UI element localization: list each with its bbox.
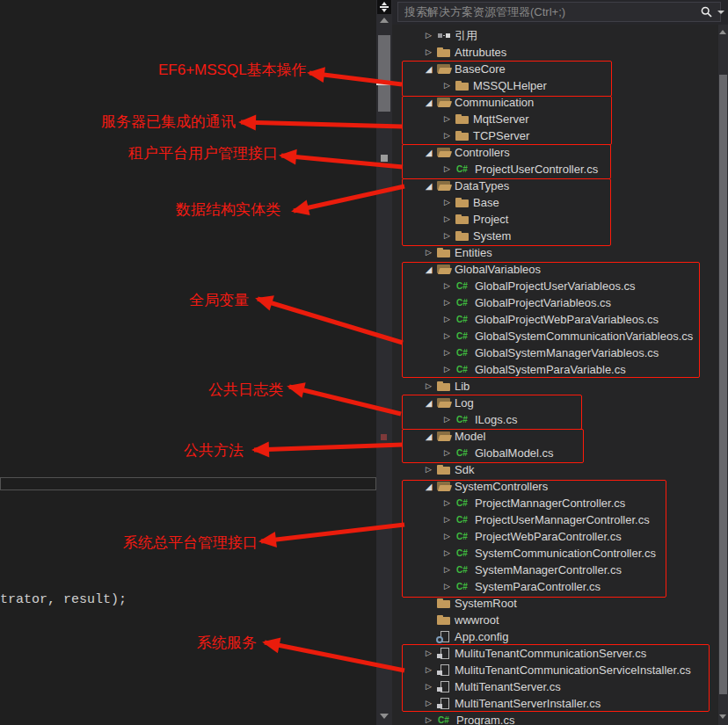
expand-icon[interactable]: ▷ <box>440 545 455 562</box>
annotation-label: 数据结构实体类 <box>176 199 280 220</box>
folder-icon <box>436 461 455 478</box>
collapse-icon[interactable]: ◢ <box>421 94 436 111</box>
tree-item-systemparacontroller-cs[interactable]: ▷C#SystemParaController.cs <box>392 578 728 595</box>
tree-item-globalsystemmanagervariableos-cs[interactable]: ▷C#GlobalSystemManagerVariableos.cs <box>392 344 728 361</box>
expand-icon[interactable]: ▷ <box>440 495 455 511</box>
tree-item-systemcontrollers[interactable]: ◢SystemControllers <box>392 478 728 495</box>
expand-icon[interactable]: ▷ <box>440 511 455 528</box>
tree-item-mqttserver[interactable]: ▷MqttServer <box>392 111 728 127</box>
expand-icon[interactable]: ▷ <box>440 344 455 361</box>
expand-icon[interactable]: ▷ <box>421 695 436 712</box>
collapse-icon[interactable]: ◢ <box>421 428 436 445</box>
expand-icon[interactable]: ▷ <box>440 328 455 344</box>
tree-item-globalsystemcommunicationvariableos-cs[interactable]: ▷C#GlobalSystemCommunicationVariableos.c… <box>392 328 728 344</box>
tree-item-systemmanagercontroller-cs[interactable]: ▷C#SystemManagerController.cs <box>392 562 728 578</box>
editor-scrollbar[interactable] <box>376 0 392 725</box>
expand-icon[interactable]: ▷ <box>421 461 436 478</box>
tree-item-model[interactable]: ◢Model <box>392 428 728 445</box>
tree-item-projectwebparacontroller-cs[interactable]: ▷C#ProjectWebParaController.cs <box>392 528 728 545</box>
scroll-down-icon[interactable] <box>380 714 389 719</box>
editor-scrollbar-thumb[interactable] <box>378 35 390 112</box>
expand-icon[interactable]: ▷ <box>440 127 455 144</box>
tree-item-projectusermannagercontroller-cs[interactable]: ▷C#ProjectUserMannagerController.cs <box>392 511 728 528</box>
collapse-icon[interactable]: ◢ <box>421 178 436 194</box>
expand-icon[interactable]: ▷ <box>440 111 455 127</box>
expand-icon[interactable]: ▷ <box>440 562 455 578</box>
tree-item-label: GlobalProjectWebParaVariableos.cs <box>475 313 659 326</box>
tree-item-program-cs[interactable]: ▷C#Program.cs <box>392 712 728 725</box>
collapsed-splitter-strip[interactable] <box>0 477 376 490</box>
tree-item-communication[interactable]: ◢Communication <box>392 94 728 111</box>
tree-item-multitenantserverinstaller-cs[interactable]: ▷MultiTenantServerInstaller.cs <box>392 695 728 712</box>
expand-icon[interactable]: ▷ <box>421 27 436 44</box>
tree-item-globalvariableos[interactable]: ◢GlobalVariableos <box>392 261 728 278</box>
tree-item-systemroot[interactable]: SystemRoot <box>392 595 728 612</box>
tree-item-projectusercontroller-cs[interactable]: ▷C#ProjectUserController.cs <box>392 161 728 178</box>
expand-icon[interactable]: ▷ <box>440 211 455 228</box>
tree-item-globalprojectwebparavariableos-cs[interactable]: ▷C#GlobalProjectWebParaVariableos.cs <box>392 311 728 328</box>
tree-item-globalprojectuservariableos-cs[interactable]: ▷C#GlobalProjectUserVariableos.cs <box>392 278 728 294</box>
expand-icon[interactable]: ▷ <box>421 378 436 395</box>
tree-item-label: Model <box>455 430 485 443</box>
expand-icon[interactable]: ▷ <box>421 645 436 662</box>
tree-item-globalprojectvariableos-cs[interactable]: ▷C#GlobalProjectVariableos.cs <box>392 294 728 311</box>
expand-icon[interactable]: ▷ <box>440 445 455 461</box>
tree-item-system[interactable]: ▷System <box>392 228 728 244</box>
scroll-up-icon[interactable] <box>719 30 726 34</box>
tree-item-log[interactable]: ◢Log <box>392 395 728 411</box>
tree-item-project[interactable]: ▷Project <box>392 211 728 228</box>
tree-item-base[interactable]: ▷Base <box>392 194 728 211</box>
expand-icon[interactable]: ▷ <box>421 678 436 695</box>
expand-icon[interactable]: ▷ <box>440 411 455 428</box>
tree-item-label: GlobalVariableos <box>455 263 541 276</box>
tree-item-ilogs-cs[interactable]: ▷C#ILogs.cs <box>392 411 728 428</box>
tree-scrollbar-thumb[interactable] <box>719 75 727 694</box>
tree-item-multitenantserver-cs[interactable]: ▷MultiTenantServer.cs <box>392 678 728 695</box>
scroll-down-icon[interactable] <box>719 714 726 719</box>
collapse-icon[interactable]: ◢ <box>421 261 436 278</box>
expand-icon[interactable]: ▷ <box>440 578 455 595</box>
expand-icon[interactable]: ▷ <box>440 278 455 294</box>
tree-item-datatypes[interactable]: ◢DataTypes <box>392 178 728 194</box>
tree-item-basecore[interactable]: ◢BaseCore <box>392 61 728 77</box>
expand-icon[interactable]: ▷ <box>440 194 455 211</box>
collapse-icon[interactable]: ◢ <box>421 478 436 495</box>
tree-item-systemcommunicationcontroller-cs[interactable]: ▷C#SystemCommunicationController.cs <box>392 545 728 562</box>
tree-item-mulitutenantcommunicationserviceinstaller-cs[interactable]: ▷MulituTenantCommunicationServiceInstall… <box>392 662 728 678</box>
collapse-icon[interactable]: ◢ <box>421 395 436 411</box>
expand-icon[interactable]: ▷ <box>440 311 455 328</box>
expand-icon[interactable]: ▷ <box>440 361 455 378</box>
tree-item-tcpserver[interactable]: ▷TCPServer <box>392 127 728 144</box>
collapse-icon[interactable]: ◢ <box>421 144 436 161</box>
expand-icon[interactable]: ▷ <box>440 161 455 178</box>
tree-item--[interactable]: ▷引用 <box>392 27 728 44</box>
tree-item-entities[interactable]: ▷Entities <box>392 244 728 261</box>
collapse-icon[interactable]: ◢ <box>421 61 436 77</box>
expand-icon[interactable]: ▷ <box>421 44 436 61</box>
expand-icon[interactable]: ▷ <box>440 77 455 94</box>
folder-open-icon <box>436 178 455 194</box>
tree-item-label: MSSQLHelper <box>473 79 547 92</box>
expand-icon[interactable]: ▷ <box>440 528 455 545</box>
tree-item-wwwroot[interactable]: wwwroot <box>392 612 728 628</box>
tree-item-globalsystemparavariable-cs[interactable]: ▷C#GlobalSystemParaVariable.cs <box>392 361 728 378</box>
chevron-down-icon[interactable] <box>717 11 724 14</box>
tree-item-projectmannagercontroller-cs[interactable]: ▷C#ProjectMannagerController.cs <box>392 495 728 511</box>
tree-item-globalmodel-cs[interactable]: ▷C#GlobalModel.cs <box>392 445 728 461</box>
tree-item-app-config[interactable]: App.config <box>392 628 728 645</box>
expand-icon[interactable]: ▷ <box>421 244 436 261</box>
expand-icon[interactable]: ▷ <box>440 294 455 311</box>
tree-item-mssqlhelper[interactable]: ▷MSSQLHelper <box>392 77 728 94</box>
tree-item-lib[interactable]: ▷Lib <box>392 378 728 395</box>
tree-item-controllers[interactable]: ◢Controllers <box>392 144 728 161</box>
tree-item-label: MultiTenantServerInstaller.cs <box>455 697 601 710</box>
tree-scrollbar[interactable] <box>718 25 728 725</box>
tree-item-mulitutenantcommunicationserver-cs[interactable]: ▷MulituTenantCommunicationServer.cs <box>392 645 728 662</box>
expand-icon[interactable]: ▷ <box>421 712 436 725</box>
expand-icon[interactable]: ▷ <box>440 228 455 244</box>
tree-item-attrubutes[interactable]: ▷Attrubutes <box>392 44 728 61</box>
split-window-handle-icon[interactable] <box>377 0 391 14</box>
scroll-up-icon[interactable] <box>380 18 389 23</box>
tree-item-sdk[interactable]: ▷Sdk <box>392 461 728 478</box>
expand-icon[interactable]: ▷ <box>421 662 436 678</box>
